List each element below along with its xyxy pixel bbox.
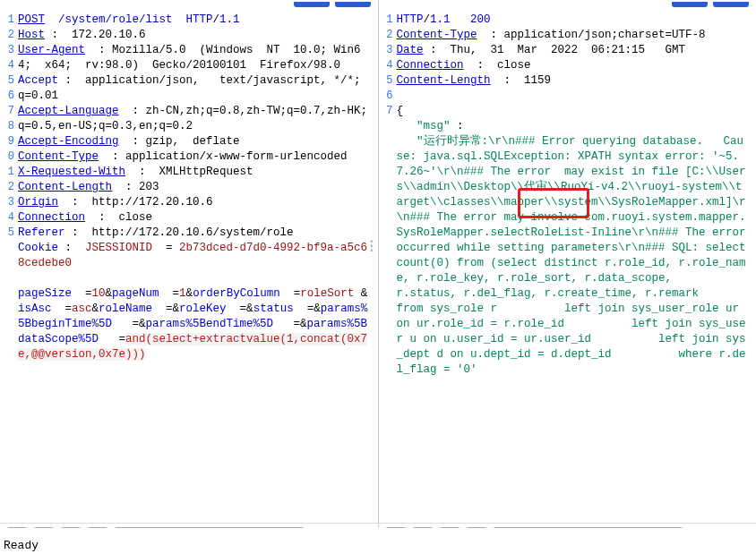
help-icon[interactable] [384,527,408,528]
gear-icon[interactable] [32,527,56,528]
tab-stub[interactable] [294,2,330,7]
request-pane: 123456789012345 POST /system/role/list H… [0,0,379,528]
tab-stub[interactable] [713,2,749,7]
response-pane: 1234567 HTTP/1.1 200Content-Type : appli… [379,0,757,528]
search-footer: 0 matches [0,523,378,528]
tab-stubs-left [0,0,378,9]
tab-stub[interactable] [672,2,708,7]
line-gutter: 123456789012345 [0,13,18,523]
arrow-right-icon[interactable] [465,527,488,528]
arrow-left-icon[interactable] [438,527,461,528]
help-icon[interactable] [5,527,29,528]
search-input[interactable] [113,527,305,528]
tab-stubs-right [379,0,757,9]
search-input[interactable] [492,527,684,528]
line-gutter: 1234567 [379,13,397,523]
request-code[interactable]: 123456789012345 POST /system/role/list H… [0,9,378,523]
vertical-dots-icon[interactable]: ... [367,237,376,251]
tab-stub[interactable] [335,2,371,7]
gear-icon[interactable] [411,527,434,528]
arrow-left-icon[interactable] [59,527,82,528]
arrow-right-icon[interactable] [86,527,109,528]
response-content[interactable]: HTTP/1.1 200Content-Type : application/j… [397,13,757,523]
response-code[interactable]: 1234567 HTTP/1.1 200Content-Type : appli… [379,9,757,523]
request-content[interactable]: POST /system/role/list HTTP/1.1Host : 17… [18,13,378,523]
search-footer: 0 matches [379,523,757,528]
